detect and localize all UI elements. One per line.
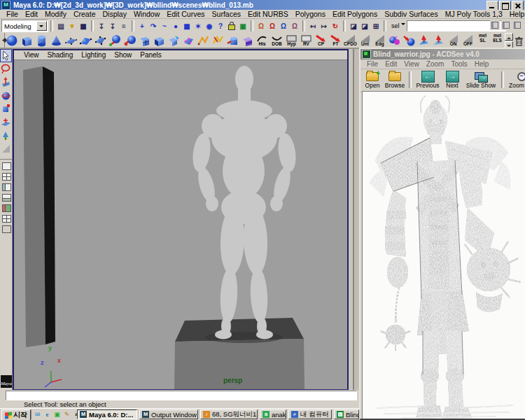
menu-edit[interactable]: Edit — [22, 10, 41, 18]
shelf-reduce-sphere-button[interactable] — [123, 34, 136, 48]
mail-icon[interactable]: ✉ — [34, 411, 41, 419]
task-blind[interactable]: ▧ Blind.. — [334, 410, 359, 419]
shelf-on-button[interactable]: ON — [447, 33, 460, 48]
shelf-mel-els-button[interactable]: melELS — [491, 33, 504, 48]
mask-deformations-icon[interactable]: ▦ — [182, 21, 192, 31]
start-button[interactable]: 시작 — [1, 410, 31, 420]
menu-modify[interactable]: Modify — [41, 10, 70, 18]
shelf-merge-cylinder-button[interactable] — [226, 34, 239, 48]
menu-surfaces[interactable]: Surfaces — [209, 10, 244, 18]
menu-set-dropdown[interactable]: Modeling — [1, 20, 48, 32]
restore-button[interactable] — [499, 1, 511, 10]
viewport-menu-panels[interactable]: Panels — [136, 51, 166, 59]
menu-create[interactable]: Create — [70, 10, 99, 18]
shelf-dob-button[interactable]: DOB — [270, 33, 284, 48]
acdsee-window[interactable]: Blind_warrior.jpg - ACDSee v4.0 File Edi… — [359, 48, 525, 420]
acdsee-menu-view[interactable]: View — [400, 60, 423, 68]
app-icon[interactable]: ▣ — [53, 411, 61, 419]
pen-icon[interactable]: ✎ — [63, 411, 71, 419]
shelf-scroll-up-button[interactable] — [505, 33, 513, 41]
close-button[interactable] — [512, 1, 524, 10]
viewport-canvas[interactable] — [14, 60, 347, 389]
menu-window[interactable]: Window — [130, 10, 163, 18]
shelf-wedge-cube-button[interactable] — [241, 34, 254, 48]
zoom-out-button[interactable]: − Zoom out — [506, 71, 525, 89]
tool-settings-toggle-icon[interactable] — [501, 20, 511, 30]
shelf-mel-cone-red-button[interactable] — [417, 34, 430, 48]
lock-selection-icon[interactable] — [227, 21, 237, 31]
mask-handles-icon[interactable]: ↷ — [148, 21, 159, 31]
browse-button[interactable]: Browse — [383, 71, 407, 89]
quick-select-label[interactable]: sel — [391, 22, 405, 29]
minimize-button[interactable] — [486, 1, 498, 10]
menu-edit-nurbs[interactable]: Edit NURBS — [244, 10, 292, 18]
task-sg-wannabe[interactable]: ♪ 68, SG워너비1... — [200, 410, 258, 419]
menu-polygons[interactable]: Polygons — [292, 10, 329, 18]
shelf-cp-button[interactable]: CP — [314, 33, 328, 48]
shelf-extrude-cube-button[interactable] — [167, 34, 181, 48]
layout-custom-button[interactable] — [0, 214, 12, 224]
shelf-mel-cone-blue-button[interactable] — [432, 34, 445, 48]
move-tool-button[interactable] — [0, 76, 12, 89]
menu-display[interactable]: Display — [99, 10, 130, 18]
snap-plane-icon[interactable]: Ω — [290, 21, 300, 31]
scale-tool-button[interactable] — [0, 102, 12, 115]
mask-surfaces-icon[interactable]: ● — [171, 21, 181, 31]
shelf-his-button[interactable]: His — [255, 33, 269, 48]
shelf-poly-cube-button[interactable] — [20, 34, 34, 48]
menu-subdiv-surfaces[interactable]: Subdiv Surfaces — [381, 10, 441, 18]
shelf-subdiv-cube-button[interactable] — [138, 34, 151, 48]
acdsee-menu-file[interactable]: File — [363, 60, 382, 68]
shelf-mel-spheres-button[interactable] — [388, 34, 401, 48]
shelf-cut-tool-button[interactable] — [211, 34, 225, 48]
task-output-window[interactable]: M Output Window — [139, 410, 198, 419]
menu-help[interactable]: Help — [506, 10, 525, 18]
command-line-input[interactable] — [6, 391, 357, 400]
trash-icon[interactable] — [514, 36, 524, 47]
shelf-rv-button[interactable]: RV — [300, 33, 313, 48]
acdsee-menu-edit[interactable]: Edit — [382, 60, 400, 68]
shelf-tab-selector[interactable] — [0, 33, 5, 48]
acdsee-image-view[interactable] — [362, 91, 525, 419]
shelf-poly-face-button[interactable] — [94, 34, 107, 48]
new-scene-icon[interactable]: ▤ — [56, 21, 66, 31]
last-tool-button[interactable] — [0, 142, 12, 155]
shelf-unt-button[interactable]: Unt — [358, 33, 372, 48]
previous-button[interactable]: ← Previous — [414, 71, 442, 89]
task-anakinbrush[interactable]: a anakinbrush,..... — [260, 410, 286, 419]
soft-mod-tool-button[interactable] — [0, 115, 12, 129]
viewport-menu-lighting[interactable]: Lighting — [77, 51, 110, 59]
shelf-ft-button[interactable]: FT — [329, 33, 342, 48]
shelf-split-tool-button[interactable] — [197, 34, 210, 48]
shelf-bevel-cube-button[interactable] — [153, 34, 166, 48]
viewport-menu-shading[interactable]: Shading — [43, 51, 78, 59]
acdsee-menu-help[interactable]: Help — [471, 60, 493, 68]
output-connections-icon[interactable]: ↦ — [319, 21, 330, 31]
layout-single-pane-button[interactable] — [0, 161, 12, 172]
viewport-menu-show[interactable]: Show — [110, 51, 136, 59]
shelf-poly-cylinder-button[interactable] — [35, 34, 48, 48]
acdsee-title-bar[interactable]: Blind_warrior.jpg - ACDSee v4.0 — [360, 49, 525, 59]
render-current-frame-icon[interactable]: ◪ — [349, 21, 359, 31]
input-connections-icon[interactable]: ↤ — [308, 21, 318, 31]
snap-curve-icon[interactable]: Ω — [267, 21, 278, 31]
rotate-tool-button[interactable] — [0, 89, 12, 102]
mask-curves-icon[interactable]: ~ — [160, 21, 170, 31]
attribute-editor-toggle-icon[interactable] — [490, 20, 500, 30]
next-button[interactable]: → Next — [442, 71, 463, 89]
menu-edit-curves[interactable]: Edit Curves — [163, 10, 208, 18]
browser-icon[interactable]: e — [43, 411, 51, 419]
save-scene-icon[interactable]: ▦ — [78, 21, 89, 31]
render-globals-icon[interactable]: ⊞ — [371, 21, 382, 31]
snap-point-icon[interactable]: Ω — [279, 21, 289, 31]
shelf-cpdo-button[interactable]: CPDO — [344, 33, 357, 48]
layout-persp-graph-button[interactable] — [0, 192, 12, 203]
acdsee-menu-zoom[interactable]: Zoom — [423, 60, 448, 68]
layout-four-pane-button[interactable] — [0, 172, 12, 182]
ipr-render-icon[interactable]: ◪ — [360, 21, 370, 31]
snap-grid-icon[interactable]: Ω — [256, 21, 267, 31]
menu-mj-poly-tools[interactable]: MJ Poly Tools 1,3 — [442, 10, 506, 18]
shelf-poly-quad-button[interactable] — [79, 34, 92, 48]
task-maya[interactable]: M Maya 6.0: D:... — [77, 410, 137, 419]
shelf-mel-arrow-sphere-button[interactable] — [402, 34, 416, 48]
